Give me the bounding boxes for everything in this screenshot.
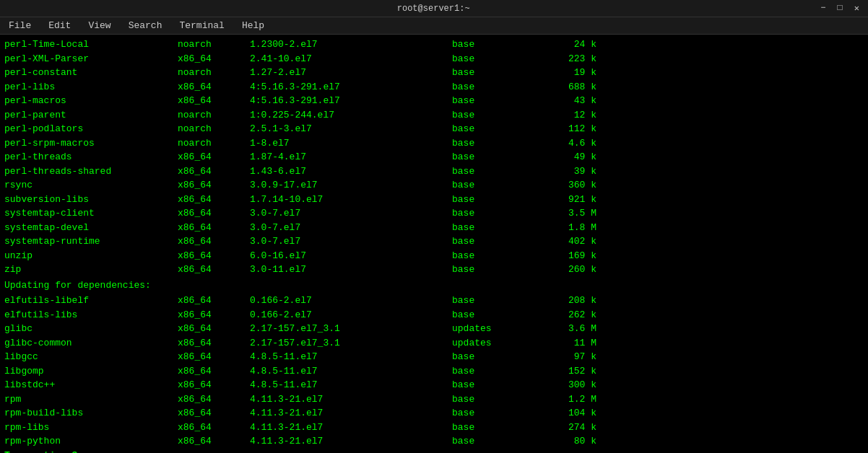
title-bar: root@server1:~ − □ ✕ xyxy=(0,0,868,17)
table-row: libgompx86_644.8.5-11.el7base152 k xyxy=(4,364,864,379)
table-row: elfutils-libelfx86_640.166-2.el7base208 … xyxy=(4,294,864,308)
table-row: perl-XML-Parserx86_642.41-10.el7base223 … xyxy=(4,52,864,66)
table-row: rpmx86_644.11.3-21.el7base1.2 M xyxy=(4,392,864,407)
table-row: perl-threads-sharedx86_641.43-6.el7base3… xyxy=(4,164,864,179)
table-row: perl-Time-Localnoarch1.2300-2.el7base24 … xyxy=(4,38,864,52)
menu-bar: File Edit View Search Terminal Help xyxy=(0,17,868,35)
menu-file[interactable]: File xyxy=(6,19,34,32)
terminal-content: perl-Time-Localnoarch1.2300-2.el7base24 … xyxy=(0,35,868,453)
table-row: unzipx86_646.0-16.el7base169 k xyxy=(4,249,864,263)
minimize-button[interactable]: − xyxy=(817,3,828,14)
window-title: root@server1:~ xyxy=(49,4,817,14)
table-row: perl-parentnoarch1:0.225-244.el7base12 k xyxy=(4,108,864,123)
transaction-summary-title: Transaction Summary xyxy=(4,449,864,454)
table-row: libstdc++x86_644.8.5-11.el7base300 k xyxy=(4,378,864,392)
table-row: systemtap-clientx86_643.0-7.el7base3.5 M xyxy=(4,206,864,221)
table-row: glibc-commonx86_642.17-157.el7_3.1update… xyxy=(4,336,864,351)
menu-view[interactable]: View xyxy=(85,19,113,32)
table-row: rpm-pythonx86_644.11.3-21.el7base80 k xyxy=(4,434,864,449)
table-row: perl-macrosx86_644:5.16.3-291.el7base43 … xyxy=(4,94,864,108)
table-row: rpm-build-libsx86_644.11.3-21.el7base104… xyxy=(4,406,864,421)
close-button[interactable]: ✕ xyxy=(851,3,862,14)
table-row: glibcx86_642.17-157.el7_3.1updates3.6 M xyxy=(4,322,864,336)
table-row: rpm-libsx86_644.11.3-21.el7base274 k xyxy=(4,421,864,435)
table-row: perl-constantnoarch1.27-2.el7base19 k xyxy=(4,66,864,80)
table-row: zipx86_643.0-11.el7base260 k xyxy=(4,263,864,277)
menu-search[interactable]: Search xyxy=(126,19,165,32)
table-row: elfutils-libsx86_640.166-2.el7base262 k xyxy=(4,308,864,322)
table-row: perl-srpm-macrosnoarch1-8.el7base4.6 k xyxy=(4,136,864,151)
menu-help[interactable]: Help xyxy=(239,19,267,32)
restore-button[interactable]: □ xyxy=(835,3,846,14)
table-row: systemtap-develx86_643.0-7.el7base1.8 M xyxy=(4,221,864,235)
table-row: perl-podlatorsnoarch2.5.1-3.el7base112 k xyxy=(4,122,864,136)
table-row: perl-libsx86_644:5.16.3-291.el7base688 k xyxy=(4,80,864,94)
menu-edit[interactable]: Edit xyxy=(45,19,74,32)
menu-terminal[interactable]: Terminal xyxy=(176,19,227,32)
table-row: rsyncx86_643.0.9-17.el7base360 k xyxy=(4,178,864,193)
table-row: subversion-libsx86_641.7.14-10.el7base92… xyxy=(4,193,864,207)
table-row: libgccx86_644.8.5-11.el7base97 k xyxy=(4,350,864,364)
table-row: systemtap-runtimex86_643.0-7.el7base402 … xyxy=(4,234,864,249)
dependency-header: Updating for dependencies: xyxy=(4,278,864,293)
table-row: perl-threadsx86_641.87-4.el7base49 k xyxy=(4,150,864,164)
